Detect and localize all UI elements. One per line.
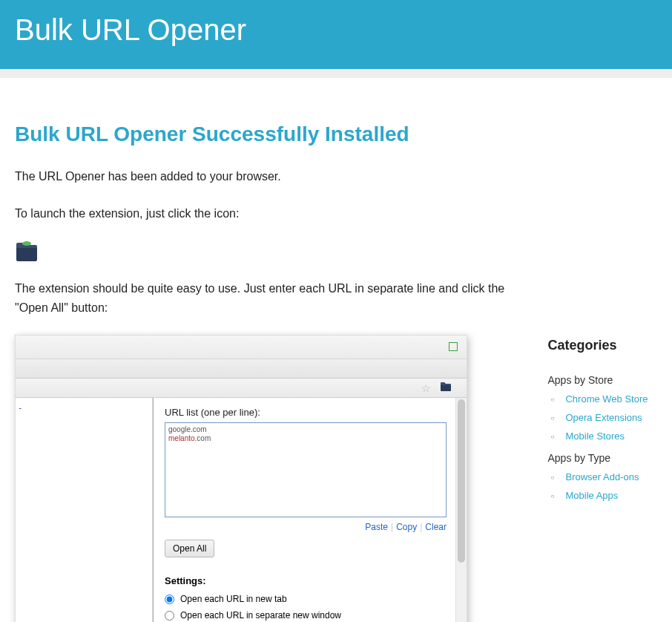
open-all-button[interactable]: Open All [165,540,214,557]
radio-new-tab[interactable] [165,595,174,604]
paste-link[interactable]: Paste [365,522,388,532]
tab-strip [16,359,467,379]
extension-folder-icon [15,240,39,261]
browser-toolbar: ☆ [16,379,467,398]
setting-new-tab[interactable]: Open each URL in new tab [165,594,447,604]
sidebar-item-mobile-stores[interactable]: Mobile Stores [558,431,657,442]
preview-titlebar [16,335,467,359]
preview-left-page [16,398,153,622]
intro-text-1: The URL Opener has been added to your br… [15,167,525,186]
svg-point-0 [22,241,31,246]
sidebar-group-type: Apps by Type [547,452,657,464]
intro-text-2: To launch the extension, just click the … [15,204,525,223]
clear-link[interactable]: Clear [425,522,447,532]
url-list-textarea[interactable]: google.commelanto.com [165,422,447,517]
textarea-actions: Paste|Copy|Clear [165,522,447,532]
sidebar: Categories Apps by Store Chrome Web Stor… [547,122,657,622]
page-title: Bulk URL Opener Successfully Installed [15,122,525,146]
sidebar-item-mobile-apps[interactable]: Mobile Apps [558,490,657,501]
sidebar-item-chrome[interactable]: Chrome Web Store [558,393,657,405]
sidebar-heading: Categories [547,338,657,353]
sidebar-item-addons[interactable]: Browser Add-ons [558,471,657,482]
settings-heading: Settings: [165,575,447,586]
extension-toolbar-icon[interactable] [440,382,452,392]
intro-text-3: The extension should be quite easy to us… [15,279,525,317]
header-banner: Bulk URL Opener [0,0,672,69]
sidebar-item-opera[interactable]: Opera Extensions [558,412,657,423]
extension-popup-panel: URL list (one per line): google.commelan… [153,398,467,622]
site-title: Bulk URL Opener [15,13,657,47]
copy-link[interactable]: Copy [396,522,417,532]
maximize-icon [449,342,458,351]
radio-new-window[interactable] [165,611,174,621]
star-icon: ☆ [421,382,431,394]
scrollbar-thumb[interactable] [458,399,465,563]
divider-strip [0,69,672,78]
setting-new-window[interactable]: Open each URL in separate new window [165,610,447,621]
scrollbar[interactable] [455,398,467,622]
sidebar-group-store: Apps by Store [547,374,657,386]
url-list-label: URL list (one per line): [165,407,447,418]
main-column: Bulk URL Opener Successfully Installed T… [15,122,547,622]
preview-browser-window: ☆ URL list (one per line): goog [15,335,467,622]
